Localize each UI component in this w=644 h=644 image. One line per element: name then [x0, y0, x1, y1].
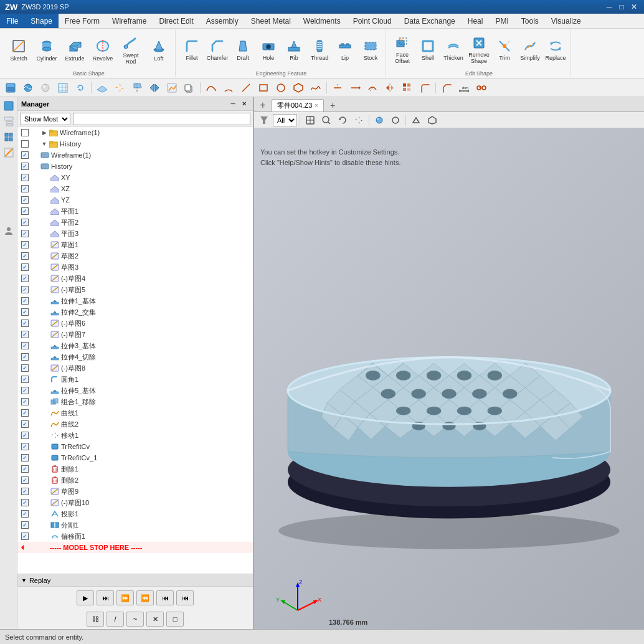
left-icon-tree[interactable]: [1, 114, 16, 129]
tree-item[interactable]: (-)草图5: [17, 284, 253, 295]
tree-item[interactable]: 平面3: [17, 228, 253, 239]
tree-item[interactable]: 拉伸2_交集: [17, 306, 253, 318]
shell-button[interactable]: Shell: [415, 34, 440, 65]
tb2-view-icon[interactable]: [2, 80, 19, 96]
menu-file[interactable]: File: [0, 14, 24, 28]
tree-check[interactable]: [20, 150, 30, 160]
checkbox[interactable]: [21, 409, 29, 417]
tree-item[interactable]: 拉伸4_切除: [17, 351, 253, 362]
tb2-rotate-icon[interactable]: [72, 80, 88, 96]
tree-item[interactable]: 拉伸1_基体: [17, 295, 253, 306]
checkbox[interactable]: [21, 308, 29, 316]
tree-item[interactable]: (-)草图4: [17, 273, 253, 284]
tb2-dimension-icon[interactable]: dim: [456, 80, 472, 96]
filter-dropdown[interactable]: Show Most: [20, 113, 70, 125]
fillet-button[interactable]: Fillet: [179, 34, 204, 65]
tree-check[interactable]: [20, 173, 30, 182]
checkbox[interactable]: [21, 151, 29, 159]
tab-add-button[interactable]: +: [257, 99, 269, 111]
trim-button[interactable]: Trim: [492, 34, 517, 65]
vp-filter-icon[interactable]: [257, 113, 272, 127]
swept-rod-button[interactable]: Swept Rod: [117, 34, 144, 66]
vp-front-button[interactable]: [409, 113, 424, 127]
tree-item[interactable]: 平面2: [17, 217, 253, 228]
tree-item[interactable]: 组合1_移除: [17, 396, 253, 407]
stock-button[interactable]: Stock: [358, 34, 383, 65]
tree-item[interactable]: XZ: [17, 183, 253, 194]
checkbox[interactable]: [21, 476, 29, 484]
tree-check[interactable]: [20, 509, 30, 519]
checkbox[interactable]: [21, 241, 29, 249]
revolve-button[interactable]: Revolve: [89, 34, 116, 66]
tb2-plane-icon[interactable]: [94, 80, 110, 96]
tree-item[interactable]: 偏移面1: [17, 531, 253, 542]
vp-filter-select[interactable]: All: [273, 114, 297, 126]
tree-item[interactable]: (-)草图6: [17, 318, 253, 329]
tb2-offset-icon[interactable]: [364, 80, 381, 96]
menu-point-cloud[interactable]: Point Cloud: [347, 14, 398, 28]
lip-button[interactable]: Lip: [333, 34, 358, 65]
tb2-arc-icon[interactable]: [220, 80, 237, 96]
tree-check[interactable]: [20, 262, 30, 272]
tree-check[interactable]: [20, 486, 30, 496]
checkbox[interactable]: [21, 398, 29, 405]
tree-check[interactable]: [20, 273, 30, 283]
checkbox[interactable]: [21, 353, 29, 361]
tab-new-button[interactable]: +: [326, 99, 339, 111]
tree-check[interactable]: [20, 408, 30, 418]
tb2-render-icon[interactable]: [37, 80, 54, 96]
tree-item[interactable]: 投影1: [17, 508, 253, 519]
tree-item[interactable]: 曲线2: [17, 419, 253, 430]
tb2-cut-icon[interactable]: [129, 80, 145, 96]
tree-item[interactable]: (-)草图8: [17, 362, 253, 374]
replay-header[interactable]: ▼ Replay: [17, 574, 253, 587]
checkbox-wireframe[interactable]: [21, 129, 29, 136]
replay-wave-button[interactable]: ~: [126, 612, 144, 627]
checkbox[interactable]: [21, 443, 29, 450]
tree-item[interactable]: TrRefitCv_1: [17, 452, 253, 463]
menu-heal[interactable]: Heal: [462, 14, 490, 28]
tree-check[interactable]: [20, 520, 30, 530]
thread-button[interactable]: Thread: [307, 34, 332, 65]
tree-item[interactable]: 圆角1: [17, 374, 253, 385]
expand-wireframe[interactable]: ▶: [40, 128, 49, 137]
tree-check[interactable]: [20, 229, 30, 239]
checkbox[interactable]: [21, 387, 29, 394]
left-icon-parts[interactable]: [1, 130, 16, 144]
left-icon-sketch[interactable]: [1, 145, 16, 160]
tree-check[interactable]: [20, 531, 30, 541]
tb2-mirror-icon[interactable]: [382, 80, 398, 96]
tb2-extend-icon[interactable]: [347, 80, 363, 96]
thicken-button[interactable]: Thicken: [441, 34, 466, 65]
hole-button[interactable]: Hole: [256, 34, 281, 65]
tb2-chamfer2-icon[interactable]: [438, 80, 455, 96]
tree-item[interactable]: 草图1: [17, 239, 253, 250]
tree-item[interactable]: History: [17, 161, 253, 172]
tree-check[interactable]: [20, 386, 30, 395]
checkbox[interactable]: [21, 196, 29, 204]
tree-item[interactable]: XY: [17, 172, 253, 183]
menu-weldments[interactable]: Weldments: [297, 14, 347, 28]
tree-check[interactable]: [20, 161, 30, 171]
tree-item[interactable]: 曲线1: [17, 407, 253, 419]
left-icon-view[interactable]: [1, 98, 16, 113]
checkbox[interactable]: [21, 342, 29, 349]
tree-check[interactable]: [20, 363, 30, 373]
loft-button[interactable]: Loft: [145, 34, 173, 66]
checkbox[interactable]: [21, 297, 29, 305]
checkbox[interactable]: [21, 465, 29, 473]
tb2-curve-icon[interactable]: [203, 80, 219, 96]
draft-button[interactable]: Draft: [230, 34, 255, 65]
tree-item[interactable]: 平面1: [17, 206, 253, 217]
checkbox[interactable]: [21, 376, 29, 383]
menu-assembly[interactable]: Assembly: [200, 14, 245, 28]
menu-visualize[interactable]: Visualize: [545, 14, 587, 28]
tree-item-wireframe[interactable]: ▶ Wireframe(1): [17, 127, 253, 138]
checkbox[interactable]: [21, 275, 29, 282]
menu-pmi[interactable]: PMI: [489, 14, 514, 28]
checkbox[interactable]: [21, 331, 29, 338]
tree-check[interactable]: [20, 296, 30, 306]
filter-search-input[interactable]: [73, 113, 250, 125]
tb2-spline-icon[interactable]: [308, 80, 324, 96]
replay-x-button[interactable]: ✕: [146, 612, 164, 627]
